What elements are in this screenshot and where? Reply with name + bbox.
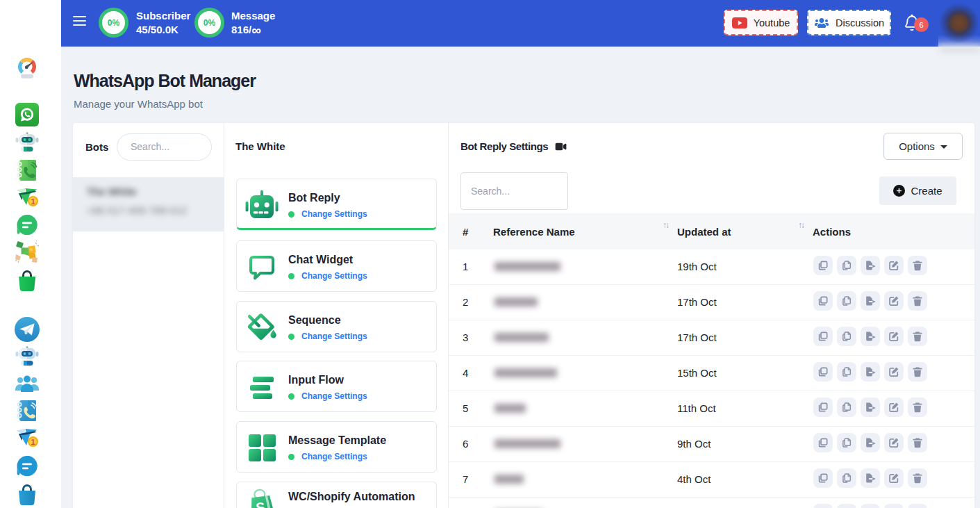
- svg-text:1: 1: [31, 438, 35, 446]
- svg-text:1: 1: [31, 197, 35, 206]
